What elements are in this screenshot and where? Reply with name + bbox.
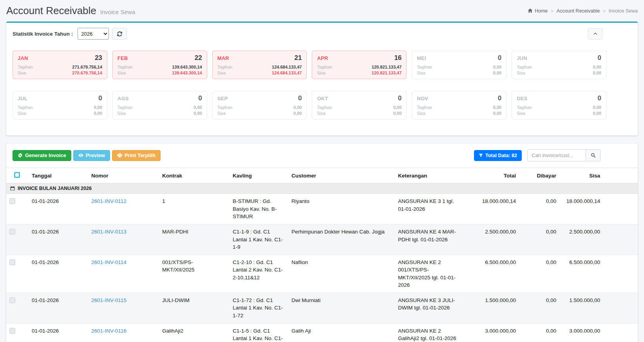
page-subtitle: Invoice Sewa	[100, 9, 135, 15]
month-invoice-count: 0	[598, 94, 601, 102]
month-name: FEB	[118, 55, 128, 61]
cell-total: 6.500.000,00	[461, 255, 520, 293]
month-name: AGS	[118, 96, 129, 101]
month-name: MAR	[217, 55, 229, 61]
cell-kavling: C1-1-5 : Gd. C1 Lantai 1 Kav. No. C1-1-5…	[229, 323, 288, 342]
year-select[interactable]: 2026	[78, 28, 109, 40]
month-card-apr: APR 16 Tagihan120.821.133,47 Sisa120.821…	[312, 51, 407, 79]
breadcrumb-account-receivable-link[interactable]: Account Receivable	[557, 8, 600, 14]
row-checkbox[interactable]	[9, 297, 15, 303]
tagihan-value: 139.643.300,14	[172, 64, 202, 70]
invoice-table-card: Generate Invoice Preview Print Terpilih	[6, 144, 638, 342]
preview-label: Preview	[86, 152, 105, 158]
tagihan-label: Tagihan	[118, 64, 133, 70]
print-terpilih-label: Print Terpilih	[125, 152, 156, 158]
invoice-number-link[interactable]: 2601-INV-0116	[91, 328, 127, 334]
search-input[interactable]	[527, 149, 586, 161]
header-dibayar: Dibayar	[520, 168, 560, 183]
cell-total: 3.000.000,00	[461, 323, 520, 342]
breadcrumb-home-link[interactable]: Home	[528, 8, 548, 14]
cell-tanggal: 01-01-2026	[28, 293, 87, 323]
month-card-ags: AGS 0 Tagihan0,00 Sisa0,00	[112, 91, 207, 119]
month-invoice-count: 0	[98, 94, 102, 102]
refresh-button[interactable]	[112, 28, 127, 40]
tagihan-value: 0,00	[593, 64, 601, 70]
cell-customer: Dwi Murniati	[288, 293, 394, 323]
invoice-number-link[interactable]: 2601-INV-0114	[91, 259, 127, 265]
row-checkbox[interactable]	[9, 198, 15, 204]
tagihan-label: Tagihan	[118, 105, 133, 110]
page-title: Account Receivable	[6, 5, 96, 17]
tagihan-label: Tagihan	[217, 105, 233, 110]
month-invoice-count: 22	[195, 54, 202, 62]
tagihan-value: 0,00	[94, 105, 102, 110]
generate-invoice-button[interactable]: Generate Invoice	[13, 150, 71, 161]
month-invoice-count: 21	[295, 54, 302, 62]
cell-keterangan: ANGSURAN KE 2 001/XTS/PS-MKT/XII/2025 tg…	[394, 255, 461, 293]
month-name: JAN	[18, 55, 28, 61]
header-customer: Customer	[288, 168, 394, 183]
tagihan-label: Tagihan	[317, 105, 332, 110]
header-kavling: Kavling	[229, 168, 288, 183]
tagihan-label: Tagihan	[417, 64, 432, 70]
row-checkbox[interactable]	[9, 229, 15, 235]
month-group-row: INVOICE BULAN JANUARI 2026	[6, 183, 638, 194]
month-invoice-count: 16	[394, 54, 402, 62]
search-button[interactable]	[586, 149, 601, 161]
printer-icon	[117, 153, 122, 158]
sisa-value: 0,00	[493, 110, 501, 116]
home-icon	[528, 8, 533, 13]
select-all-checkbox[interactable]	[14, 172, 20, 178]
invoice-number-link[interactable]: 2601-INV-0115	[91, 297, 127, 303]
eye-icon	[78, 153, 83, 158]
sisa-value: 120.821.133,47	[372, 70, 402, 76]
month-card-sep: SEP 0 Tagihan0,00 Sisa0,00	[212, 91, 307, 119]
invoice-number-link[interactable]: 2601-INV-0112	[91, 198, 127, 204]
month-card-mei: MEI 0 Tagihan0,00 Sisa0,00	[412, 51, 507, 79]
tagihan-label: Tagihan	[517, 64, 532, 70]
row-checkbox[interactable]	[9, 328, 15, 334]
total-data-button[interactable]: Total Data: 82	[474, 150, 522, 161]
sisa-label: Sisa	[317, 70, 325, 76]
month-invoice-count: 0	[598, 54, 601, 62]
statistics-card: Statistik Invoice Tahun : 2026 JAN 23 Ta…	[6, 22, 638, 136]
header-keterangan: Keterangan	[394, 168, 461, 183]
calendar-icon	[10, 186, 15, 191]
tagihan-label: Tagihan	[18, 64, 33, 70]
preview-button[interactable]: Preview	[73, 150, 110, 161]
sisa-label: Sisa	[18, 70, 26, 76]
statistics-card-header: Statistik Invoice Tahun : 2026	[6, 23, 638, 44]
print-terpilih-button[interactable]: Print Terpilih	[112, 150, 161, 161]
sisa-value: 139.643.300,14	[172, 70, 202, 76]
month-invoice-count: 0	[398, 94, 402, 102]
cell-tanggal: 01-01-2026	[28, 323, 87, 342]
tagihan-value: 0,00	[194, 105, 202, 110]
month-card-nov: NOV 0 Tagihan0,00 Sisa0,00	[412, 91, 507, 119]
tagihan-value: 0,00	[493, 105, 501, 110]
cell-customer: Naflion	[288, 255, 394, 293]
month-invoice-count: 0	[498, 94, 501, 102]
month-card-jan: JAN 23 Tagihan271.679.756,14 Sisa270.679…	[13, 51, 107, 79]
cell-sisa: 6.500.000,00	[560, 255, 604, 293]
cell-kavling: C1-1-9 : Gd. C1 Lantai 1 Kav. No. C1-1-9	[229, 224, 288, 255]
table-header-row: Tanggal Nomor Kontrak Kavling Customer K…	[6, 168, 638, 183]
header-total: Total	[461, 168, 520, 183]
month-name: MEI	[417, 55, 426, 61]
tagihan-value: 0,00	[393, 105, 402, 110]
table-row: 01-01-2026 2601-INV-0112 1 B-STIMUR : Gd…	[6, 194, 638, 224]
collapse-button[interactable]	[588, 28, 602, 40]
sisa-value: 0,00	[493, 70, 501, 76]
cell-sisa: 3.000.000,00	[560, 323, 604, 342]
table-row: 01-01-2026 2601-INV-0114 001/XTS/PS-MKT/…	[6, 255, 638, 293]
cell-tanggal: 01-01-2026	[28, 194, 87, 224]
row-checkbox[interactable]	[9, 259, 15, 265]
cell-dibayar: 0,00	[520, 194, 560, 224]
table-row: 01-01-2026 2601-INV-0115 JULI-DWIM C1-1-…	[6, 293, 638, 323]
month-name: JUL	[18, 96, 27, 101]
breadcrumb-separator: >	[603, 9, 605, 13]
tagihan-label: Tagihan	[517, 105, 532, 110]
invoice-number-link[interactable]: 2601-INV-0113	[91, 229, 127, 235]
month-invoice-count: 23	[95, 54, 102, 62]
table-row: 01-01-2026 2601-INV-0116 GalihAji2 C1-1-…	[6, 323, 638, 342]
cell-keterangan: ANGSURAN KE 2 GalihAji2 tgl. 01-01-2026	[394, 323, 461, 342]
